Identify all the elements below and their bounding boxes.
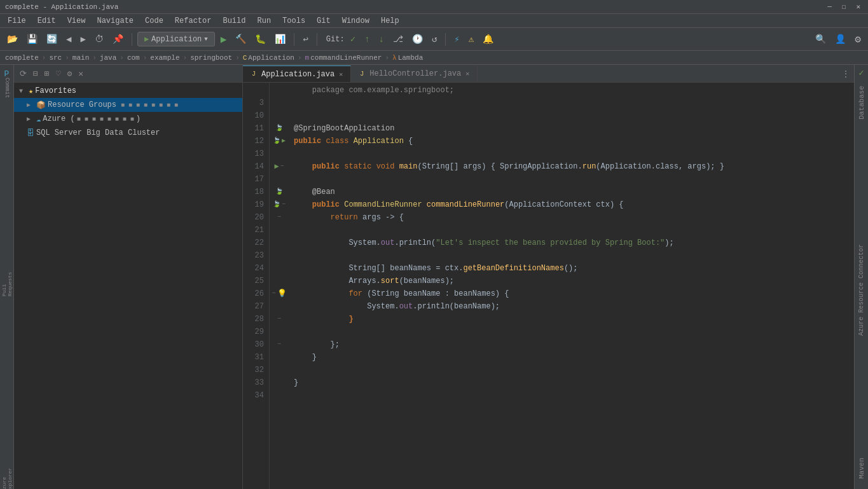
fold-26[interactable]: − — [272, 287, 275, 300]
run-icon-18[interactable]: 🍃 — [275, 186, 283, 198]
toolbar-sync-btn[interactable]: 🔄 — [43, 32, 60, 46]
tree-resource-groups[interactable]: ▶ 📦 Resource Groups ■ ■ ■ ■ ■ ■ ■ ■ — [14, 98, 242, 112]
indent-20 — [294, 211, 331, 224]
code-content[interactable]: package com.example.springboot; @SpringB… — [289, 83, 854, 489]
method-sort: sort — [381, 275, 399, 287]
breadcrumb-main[interactable]: main — [72, 54, 89, 62]
proj-expand-btn[interactable]: ⊞ — [43, 67, 52, 80]
title-bar: complete - Application.java — ☐ ✕ — [0, 0, 868, 14]
code-line-12: public class Application { — [289, 135, 854, 148]
user-icon-btn[interactable]: 👤 — [832, 32, 849, 46]
run-icon-14[interactable]: ▶ — [274, 160, 279, 173]
breadcrumb-complete[interactable]: complete — [5, 54, 39, 62]
run-icon-12[interactable]: 🍃 — [273, 135, 280, 148]
hello-controller-tab-close[interactable]: ✕ — [464, 70, 471, 78]
menu-view[interactable]: View — [62, 15, 91, 27]
toolbar-sep-1 — [132, 33, 132, 46]
tab-application-java[interactable]: J Application.java ✕ — [243, 65, 351, 82]
menu-run[interactable]: Run — [252, 15, 276, 27]
breadcrumb-springboot[interactable]: springboot — [190, 54, 232, 62]
fold-28[interactable]: − — [277, 313, 281, 326]
proj-close-btn[interactable]: ✕ — [76, 67, 85, 80]
breadcrumb-example[interactable]: example — [150, 54, 179, 62]
toolbar-recent-btn[interactable]: ⏱ — [92, 32, 107, 46]
application-java-tab-close[interactable]: ✕ — [338, 71, 344, 78]
alert-btn[interactable]: 🔔 — [479, 32, 497, 46]
analyze-btn[interactable]: ⚠ — [465, 32, 477, 46]
proj-filter-btn[interactable]: ⊟ — [31, 67, 40, 80]
git-check-btn[interactable]: ✓ — [347, 32, 359, 46]
git-pull-btn[interactable]: ↓ — [375, 32, 387, 46]
settings-gear-btn[interactable]: ⚙ — [851, 31, 864, 48]
menu-build[interactable]: Build — [217, 15, 251, 27]
tab-options-btn[interactable]: ⋮ — [841, 68, 850, 79]
toolbar-open-btn[interactable]: 📂 — [4, 32, 21, 46]
profile-button[interactable]: 📊 — [272, 32, 289, 46]
commit-sidebar-icon[interactable]: Commit — [1, 81, 13, 94]
breadcrumb-src[interactable]: src — [49, 54, 62, 62]
menu-code[interactable]: Code — [140, 15, 169, 27]
proj-settings-btn[interactable]: ⚙ — [65, 67, 74, 80]
run-icon-19[interactable]: 🍃 — [273, 198, 280, 211]
breadcrumb-commandlinerunner[interactable]: commandLineRunner — [310, 54, 382, 62]
maven-label: Maven — [855, 453, 868, 484]
println-27: .println(beanName); — [413, 300, 500, 313]
git-revert-btn[interactable]: ↺ — [429, 32, 440, 46]
fold-19[interactable]: − — [282, 198, 286, 211]
menu-bar: File Edit View Navigate Code Refactor Bu… — [0, 14, 868, 28]
azure-connector-btn[interactable]: Azure Resource Connector — [856, 240, 867, 340]
kw-public-14: public — [312, 160, 344, 173]
menu-help[interactable]: Help — [376, 15, 404, 27]
breadcrumb-lambda[interactable]: Lambda — [398, 54, 424, 62]
toolbar-save-btn[interactable]: 💾 — [24, 32, 41, 46]
run-icon-11[interactable]: 🍃 — [275, 122, 283, 135]
maven-panel-btn[interactable]: Maven — [855, 453, 868, 486]
maximize-button[interactable]: ☐ — [839, 3, 849, 11]
gutter-3 — [270, 97, 289, 109]
revert-button[interactable]: ↩ — [300, 32, 311, 46]
code-line-19: public CommandLineRunner commandLineRunn… — [289, 198, 854, 211]
tree-favorites[interactable]: ▼ ★ Favorites — [14, 84, 242, 98]
menu-refactor[interactable]: Refactor — [170, 15, 217, 27]
menu-file[interactable]: File — [3, 15, 31, 27]
fold-20[interactable]: − — [277, 211, 281, 224]
fold-14[interactable]: − — [280, 160, 284, 173]
debug-button[interactable]: 🐛 — [252, 32, 269, 46]
menu-window[interactable]: Window — [337, 15, 375, 27]
proj-sync-btn[interactable]: ⟳ — [18, 67, 29, 80]
toolbar-back-btn[interactable]: ◀ — [63, 32, 74, 46]
application-dropdown[interactable]: ▶ Application ▼ — [137, 32, 215, 46]
code-line-10 — [289, 109, 854, 122]
azure-explorer-icon[interactable]: Azure Explorer — [1, 474, 13, 486]
breadcrumb-java[interactable]: java — [100, 54, 116, 62]
menu-tools[interactable]: Tools — [277, 15, 310, 27]
code-line-34 — [289, 389, 854, 402]
close-button[interactable]: ✕ — [853, 3, 863, 11]
run-button[interactable]: ▶ — [217, 31, 230, 48]
breadcrumb-com[interactable]: com — [127, 54, 140, 62]
proj-bookmark-btn[interactable]: ♡ — [54, 67, 63, 80]
breadcrumb-application[interactable]: Application — [248, 54, 294, 62]
indent-18 — [294, 186, 312, 198]
git-history-btn[interactable]: 🕐 — [409, 32, 426, 46]
toolbar-forward-btn[interactable]: ▶ — [77, 32, 88, 46]
toolbar-nav-btn[interactable]: 📌 — [109, 32, 127, 46]
run-btn-12[interactable]: ▶ — [282, 135, 286, 148]
warning-26[interactable]: 💡 — [277, 287, 287, 300]
menu-navigate[interactable]: Navigate — [92, 15, 139, 27]
git-push-btn[interactable]: ↑ — [361, 32, 373, 46]
database-panel-btn[interactable]: Database — [855, 81, 868, 127]
fold-30[interactable]: − — [277, 338, 281, 351]
git-branch-btn[interactable]: ⎇ — [390, 32, 406, 46]
pull-requests-icon[interactable]: Pull Requests — [1, 278, 13, 291]
tab-hello-controller[interactable]: J HelloController.java ✕ — [351, 65, 478, 82]
minimize-button[interactable]: — — [825, 3, 834, 11]
inspect-btn[interactable]: ⚡ — [451, 32, 462, 46]
build-button[interactable]: 🔨 — [232, 32, 249, 46]
tree-sql[interactable]: 🗄 SQL Server Big Data Cluster — [14, 126, 242, 140]
tree-azure[interactable]: ▶ ☁ Azure ( ■ ■ ■ ■ ■ ■ ■ ■ ) — [14, 112, 242, 126]
code-line-28: } — [289, 313, 854, 326]
menu-edit[interactable]: Edit — [32, 15, 61, 27]
menu-git[interactable]: Git — [312, 15, 336, 27]
search-everywhere-btn[interactable]: 🔍 — [812, 32, 829, 46]
